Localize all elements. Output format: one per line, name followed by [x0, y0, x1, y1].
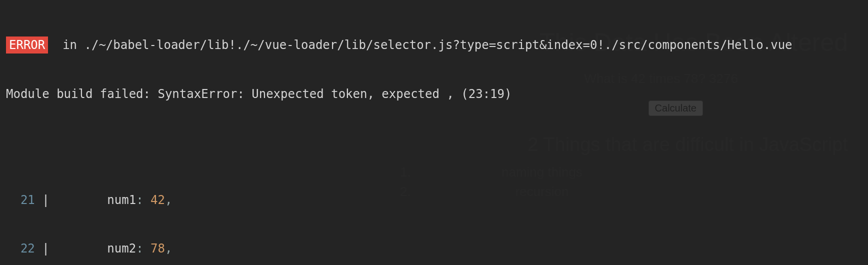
- code-frame: 21 | num1: 42, 22 | num2: 78, > 23 | pro…: [6, 160, 862, 265]
- error-in-prefix: in: [48, 38, 84, 52]
- error-badge: ERROR: [6, 36, 48, 54]
- error-path: ./~/babel-loader/lib!./~/vue-loader/lib/…: [84, 38, 792, 52]
- code-line: 22 | num2: 78,: [6, 240, 862, 256]
- code-line: 21 | num1: 42,: [6, 192, 862, 208]
- error-overlay: ERROR in ./~/babel-loader/lib!./~/vue-lo…: [0, 0, 868, 265]
- error-message: Module build failed: SyntaxError: Unexpe…: [6, 86, 862, 102]
- error-header: ERROR in ./~/babel-loader/lib!./~/vue-lo…: [6, 36, 862, 54]
